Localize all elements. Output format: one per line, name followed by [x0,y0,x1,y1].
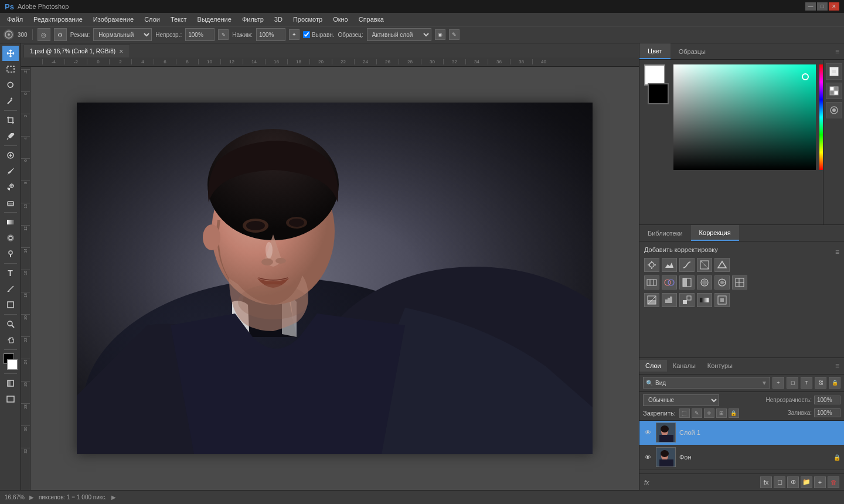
lock-pixels[interactable]: ✎ [692,408,702,418]
tool-quick-mask[interactable] [2,376,19,391]
blend-mode-select[interactable]: Обычные [643,394,719,406]
tool-lasso[interactable] [2,77,19,93]
filter-dropdown[interactable]: ▼ [761,380,767,386]
menu-3d[interactable]: 3D [270,15,287,24]
status-info-arrow[interactable]: ▶ [111,494,116,500]
add-mask-btn[interactable]: ◻ [774,476,785,488]
add-adjustment-btn[interactable]: ⊕ [787,476,799,488]
corr-hsl[interactable] [644,275,659,290]
lock-transparent[interactable]: ⬚ [679,408,690,418]
layer-lock-all-btn[interactable]: 🔒 [829,377,840,389]
mode-select[interactable]: Нормальный [93,28,152,41]
tool-zoom[interactable] [2,316,19,332]
corrections-panel-menu[interactable]: ≡ [835,248,839,256]
tool-path-select[interactable] [2,281,19,297]
corr-selectcolor[interactable] [714,293,730,307]
maximize-button[interactable]: □ [817,2,828,11]
brush-options-icon[interactable] [4,29,14,40]
menu-file[interactable]: Файл [2,15,28,24]
flow-input[interactable] [256,28,285,41]
corr-curves[interactable] [679,258,695,272]
corr-posterize[interactable] [662,293,677,307]
sample-select[interactable]: Активный слой [367,28,431,41]
opacity-value-input[interactable] [814,396,840,404]
tab-color[interactable]: Цвет [639,43,671,59]
fx-label[interactable]: fx [644,479,649,486]
layer-item[interactable]: 👁 Фон 🔒 [639,445,844,470]
menu-text[interactable]: Текст [166,15,192,24]
brush-settings-btn[interactable]: ⚙ [54,28,67,41]
menu-select[interactable]: Выделение [193,15,236,24]
layers-panel-menu[interactable]: ≡ [835,362,839,370]
corr-colorbalance[interactable] [662,275,677,290]
color-swatches-block[interactable] [2,353,19,370]
tool-hand[interactable] [2,332,19,348]
corr-invert[interactable] [644,293,659,307]
menu-help[interactable]: Справка [354,15,389,24]
lock-artboard[interactable]: ⊞ [716,408,727,418]
corr-grid1[interactable] [732,275,747,290]
menu-filter[interactable]: Фильтр [237,15,268,24]
tab-swatches[interactable]: Образцы [671,43,714,59]
tool-rect-select[interactable] [2,62,19,77]
tool-spot-heal[interactable] [2,148,19,163]
tool-eyedropper[interactable] [2,128,19,144]
background-color[interactable] [7,359,18,370]
heal-option-btn[interactable]: ✎ [449,29,460,40]
opacity-input[interactable] [185,28,215,41]
close-button[interactable]: ✕ [829,2,839,11]
opacity-toggle[interactable]: ✎ [218,29,229,40]
sample-all-toggle[interactable]: ◉ [435,29,445,40]
tab-libraries[interactable]: Библиотеки [639,225,691,241]
color-icon-2[interactable] [826,83,842,99]
layer-type-btn[interactable]: T [801,377,812,389]
layer-visibility-toggle[interactable]: 👁 [643,452,652,462]
corr-gradmap[interactable] [697,293,712,307]
corr-colorlookup[interactable] [714,275,730,290]
tool-move[interactable] [2,46,19,61]
lock-position[interactable]: ✛ [704,408,714,418]
add-layer-btn[interactable]: + [814,476,826,488]
layer-link-btn[interactable]: ⛓ [815,377,826,389]
canvas-viewport[interactable] [30,67,639,490]
airbrush-toggle[interactable]: ✦ [289,29,300,40]
tool-brush[interactable] [2,164,19,179]
corr-vibrance[interactable] [714,258,730,272]
corr-levels[interactable] [662,258,677,272]
color-gradient-picker[interactable] [673,64,816,170]
new-layer-btn[interactable]: + [772,377,784,389]
tool-shape[interactable] [2,297,19,312]
color-panel-menu[interactable]: ≡ [835,47,839,56]
layers-filter-input[interactable]: 🔍 Вид ▼ [643,377,770,389]
add-layer-style-btn[interactable]: fx [760,476,772,488]
tool-dodge[interactable] [2,246,19,261]
tool-blur[interactable] [2,230,19,246]
layer-item[interactable]: 👁 Слой 1 [639,421,844,445]
document-tab[interactable]: 1.psd @ 16,7% (Слой 1, RGB/8) ✕ [23,45,130,57]
tab-close-btn[interactable]: ✕ [119,49,124,55]
fill-value-input[interactable] [814,408,840,417]
menu-window[interactable]: Окно [328,15,353,24]
layer-visibility-toggle[interactable]: 👁 [643,428,652,437]
tool-clone[interactable] [2,179,19,195]
menu-view[interactable]: Просмотр [288,15,327,24]
tab-layers[interactable]: Слои [639,360,667,372]
delete-layer-btn[interactable]: 🗑 [828,476,839,488]
tab-corrections[interactable]: Коррекция [691,225,739,241]
color-icon-1[interactable] [826,63,842,80]
foreground-swatch[interactable] [644,64,665,86]
layer-mask-btn[interactable]: ◻ [787,377,798,389]
corr-brightness[interactable] [644,258,659,272]
background-swatch[interactable] [648,83,669,104]
tool-magic-wand[interactable] [2,93,19,108]
menu-layers[interactable]: Слои [139,15,165,24]
tool-text[interactable]: T [2,265,19,281]
menu-image[interactable]: Изображение [89,15,138,24]
add-group-btn[interactable]: 📁 [801,476,812,488]
color-icon-3[interactable] [826,102,842,118]
tool-eraser[interactable] [2,195,19,210]
corr-photofilter[interactable] [697,275,712,290]
corr-bw[interactable] [679,275,695,290]
status-expand-arrow[interactable]: ▶ [29,494,34,500]
corr-threshold[interactable] [679,293,695,307]
